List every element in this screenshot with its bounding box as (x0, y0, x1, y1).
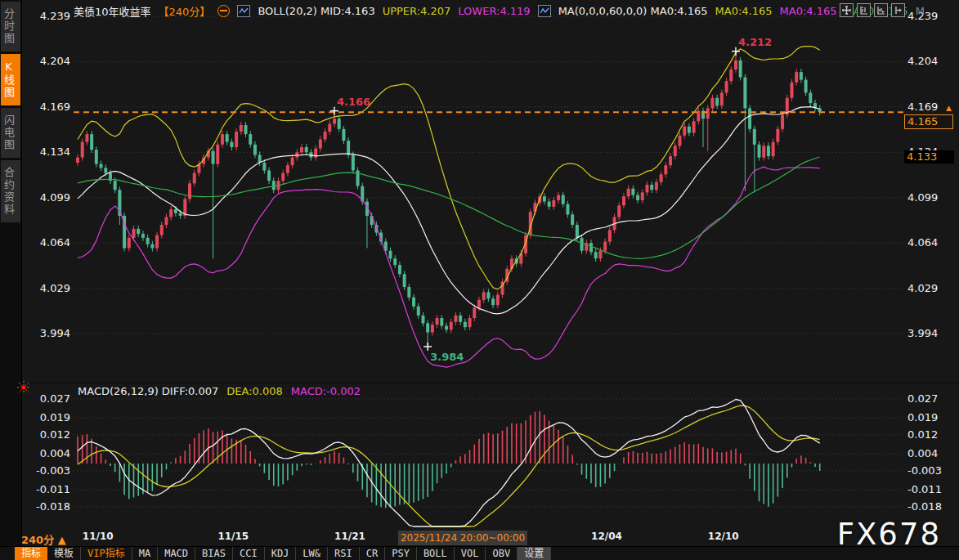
price-axis-label-left: 4.029 (20, 282, 70, 294)
macd-axis-label-left: 0.004 (20, 447, 70, 459)
macd-axis-label-right: 0.027 (907, 392, 938, 405)
chart-application: 分时图K线图闪电图合约资料 美债10年收益率 【240分】 BOLL(20,2)… (0, 0, 959, 560)
toolbar-item-4[interactable]: MACD (158, 547, 195, 560)
macd-dea-label: DEA:0.008 (226, 385, 283, 397)
price-axis-label-right: 4.029 (907, 282, 938, 294)
current-price-tag: 4.165 (904, 114, 953, 129)
macd-axis-label-right: -0.018 (907, 500, 942, 513)
x-axis-date: 12/10 (708, 531, 739, 542)
period-selector[interactable]: 240分 ▲ (21, 531, 66, 547)
collapse-icon[interactable] (217, 5, 230, 17)
sidebar-tab-2[interactable]: 闪电图 (1, 108, 20, 158)
toolbar-item-10[interactable]: CR (360, 547, 385, 560)
pan-right-icon[interactable] (891, 3, 905, 17)
price-axis-label-right: 4.169 (907, 101, 938, 113)
price-axis-label-left: 4.099 (20, 191, 70, 204)
sidebar: 分时图K线图闪电图合约资料 (0, 0, 22, 560)
grid-expand-icon[interactable] (840, 3, 854, 17)
macd-axis-label-left: -0.003 (20, 464, 70, 477)
ma0-white-label: MA(0,0,0,60,0,0) MA0:4.165 (558, 5, 708, 17)
price-annotation: 3.984 (430, 351, 464, 363)
price-axis-label-right: 4.204 (907, 55, 938, 67)
macd-axis-label-left: 0.019 (20, 411, 70, 423)
header-bar: 美债10年收益率 【240分】 BOLL(20,2) MID:4.163 UPP… (74, 0, 925, 21)
price-axis-label-left: 3.994 (20, 327, 70, 339)
toolbar-item-8[interactable]: LW& (296, 547, 328, 560)
macd-diff-label: MACD(26,12,9) DIFF:0.007 (78, 385, 218, 397)
boll-upper-label: UPPER:4.207 (383, 5, 451, 17)
toolbar-item-11[interactable]: PSY (385, 547, 417, 560)
toolbar-item-3[interactable]: MA (132, 547, 158, 560)
macd-axis-label-right: 0.004 (907, 447, 938, 459)
macd-axis-label-left: -0.011 (20, 483, 70, 495)
macd-axis-label-right: 0.019 (907, 411, 938, 423)
price-axis-label-left: 4.064 (20, 236, 70, 249)
price-axis-label-right: 4.099 (907, 191, 938, 204)
sidebar-tab-1[interactable]: K线图 (1, 54, 20, 105)
x-axis-date: 12/04 (591, 531, 622, 542)
macd-axis-label-right: -0.003 (907, 464, 942, 477)
auto-scale-icon[interactable] (857, 3, 871, 17)
toolbar-item-1[interactable]: 模板 (47, 547, 81, 560)
toolbar-item-0[interactable]: 指标 (15, 547, 47, 560)
chart-window-buttons (840, 3, 905, 17)
price-axis-label-right: 4.064 (907, 236, 938, 249)
ma-indicator-icon[interactable] (538, 5, 551, 17)
toolbar-item-14[interactable]: OBV (486, 547, 518, 560)
reference-price-tag: 4.133 (904, 150, 954, 164)
x-axis-date: 11/10 (83, 531, 114, 542)
macd-value-label: MACD:-0.002 (291, 385, 361, 397)
ma0-yellow-label: MA0:4.165 (715, 5, 773, 17)
scale-right-icon[interactable] (874, 3, 888, 17)
macd-axis-label-left: 0.012 (20, 428, 70, 441)
cursor-date-label: 2025/11/24 20:00~00:00 — (398, 531, 527, 545)
ma-more-label[interactable]: M (916, 5, 925, 17)
ma0-magenta-label: MA0:4.165 (780, 5, 837, 17)
price-axis-label-left: 4.169 (20, 101, 70, 113)
toolbar-item-12[interactable]: BOLL (417, 547, 455, 560)
toolbar-item-9[interactable]: RSI (328, 547, 360, 560)
boll-mid-label: BOLL(20,2) MID:4.163 (258, 5, 374, 17)
price-annotation: 4.212 (738, 36, 772, 48)
sidebar-tab-0[interactable]: 分时图 (1, 2, 20, 52)
chart-canvas[interactable] (0, 0, 959, 560)
toolbar-item-6[interactable]: CCI (233, 547, 265, 560)
price-axis-label-right: 3.994 (907, 327, 938, 339)
indicator-toolbar: 指标模板VIP指标MAMACDBIASCCIKDJLW&RSICRPSYBOLL… (0, 546, 959, 560)
toolbar-item-13[interactable]: VOL (455, 547, 486, 560)
price-axis-label-left: 4.204 (20, 55, 70, 67)
boll-indicator-icon[interactable] (237, 5, 250, 17)
price-up-arrow-icon: ▲ (946, 104, 952, 112)
x-axis-date: 11/21 (334, 531, 365, 542)
toolbar-item-2[interactable]: VIP指标 (81, 547, 132, 560)
sidebar-tab-3[interactable]: 合约资料 (1, 160, 20, 222)
toolbar-item-7[interactable]: KDJ (265, 547, 297, 560)
price-axis-label-left: 4.239 (20, 10, 70, 22)
x-axis-date: 11/15 (217, 531, 249, 542)
boll-lower-label: LOWER:4.119 (458, 5, 530, 17)
price-axis-label-left: 4.134 (20, 146, 70, 158)
toolbar-item-15[interactable]: 设置 (518, 547, 551, 560)
toolbar-item-5[interactable]: BIAS (195, 547, 233, 560)
instrument-title: 美债10年收益率 (74, 3, 151, 19)
macd-header: MACD(26,12,9) DIFF:0.007 DEA:0.008 MACD:… (78, 384, 361, 397)
macd-axis-label-right: -0.011 (907, 483, 942, 495)
period-badge[interactable]: 【240分】 (159, 3, 211, 19)
pane-divider[interactable] (21, 383, 959, 383)
indicator-flash-icon[interactable] (17, 381, 30, 397)
price-annotation: 4.166 (337, 96, 370, 108)
brand-watermark: FX678 (837, 517, 941, 552)
macd-axis-label-right: 0.012 (907, 428, 938, 441)
macd-axis-label-left: -0.018 (20, 500, 70, 513)
